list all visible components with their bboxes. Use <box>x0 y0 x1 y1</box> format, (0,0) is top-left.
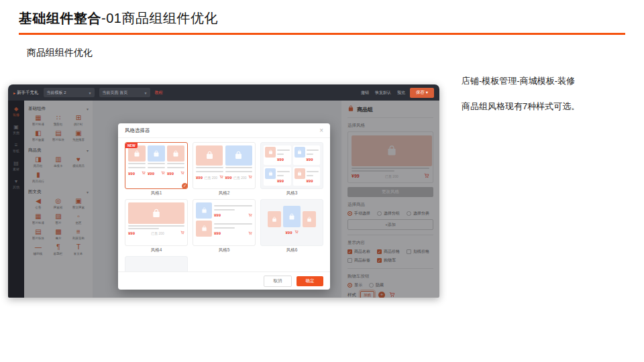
style-card-风格7[interactable] <box>125 256 188 272</box>
style-card-风格6[interactable]: ¥99风格6 <box>260 199 323 253</box>
text-line-bar <box>196 167 223 168</box>
mini-carousel <box>264 206 320 227</box>
text-line-bar <box>277 154 284 155</box>
text-line-bar <box>214 205 252 206</box>
admin-body: ◆装修▣页面≡导航▤素材▾其他 基础组件▾▦图片轮播∷预告组⊞倒计时◧图片橱窗▤… <box>8 101 439 298</box>
style-card-风格4[interactable]: ¥99已售 200风格4 <box>125 199 188 253</box>
text-line-bar <box>307 154 313 155</box>
slide-subtitle: 商品组组件优化 <box>27 47 93 59</box>
style-card-风格1[interactable]: ¥99¥99¥99NEW✓风格1 <box>125 142 188 196</box>
product-image-tile <box>265 147 276 158</box>
product-image-tile <box>148 145 165 162</box>
mini-product-card: ¥99已售 200 <box>225 145 253 186</box>
mini-product-row: ¥99 <box>196 202 252 219</box>
price-label: ¥99 <box>128 172 135 176</box>
price-label: ¥99 <box>277 179 284 183</box>
note-description: 商品组风格现有7种样式可选。 <box>462 101 580 113</box>
price-label: ¥99 <box>285 231 292 235</box>
price-label: ¥99 <box>167 172 174 176</box>
price-row: ¥99 <box>277 158 290 162</box>
text-line-bar <box>167 167 184 168</box>
text-line-bar <box>128 167 146 168</box>
style-card-label: 风格3 <box>260 190 323 196</box>
style-card-label: 风格1 <box>125 190 188 196</box>
price-row: ¥99 <box>307 179 319 183</box>
product-image-tile <box>196 202 212 219</box>
text-line-bar <box>214 227 235 229</box>
style-card-风格5[interactable]: ¥99¥99风格5 <box>193 199 256 253</box>
modal-title: 风格选择器 <box>125 127 150 134</box>
style-preview-one-big: ¥99已售 200 <box>125 199 188 246</box>
price-row: ¥99 <box>277 179 290 183</box>
product-image-tile <box>167 145 184 162</box>
cart-icon <box>248 231 252 236</box>
mini-product-card: ¥99已售 200 <box>196 145 223 186</box>
close-icon[interactable]: × <box>319 127 323 134</box>
chevron-down-icon: ▾ <box>145 90 147 95</box>
selected-check-icon: ✓ <box>182 183 188 189</box>
product-image-tile <box>294 147 305 158</box>
page-dropdown[interactable]: 当前页面 首页▾ <box>99 88 150 97</box>
style-card-label: 风格4 <box>125 247 188 253</box>
mini-product-row: ¥99 <box>196 221 252 237</box>
style-card-风格2[interactable]: ¥99已售 200¥99已售 200风格2 <box>193 142 256 196</box>
price-row: ¥99 <box>214 213 252 218</box>
page-title: 基础组件整合-01商品组组件优化 <box>19 9 625 27</box>
price-row: ¥99 <box>148 171 165 176</box>
price-label: ¥99 <box>225 176 232 180</box>
save-button[interactable]: 保存 ▾ <box>410 88 434 98</box>
cart-icon <box>142 171 146 176</box>
text-line-bar <box>277 171 290 172</box>
text-line-bar <box>128 163 146 164</box>
cancel-button[interactable]: 取消 <box>264 276 292 287</box>
note-breadcrumb: 店铺-模板管理-商城模板-装修 <box>462 75 575 87</box>
text-line-bar <box>196 171 223 172</box>
product-image-tile <box>268 211 281 227</box>
price-row: ¥99 <box>285 230 298 235</box>
promo-link[interactable]: ▸新手千元礼 <box>13 90 39 96</box>
text-line-bar <box>167 163 184 164</box>
topbar-action-1[interactable]: 恢复默认 <box>375 90 391 96</box>
text-line-bar <box>128 228 159 229</box>
confirm-button[interactable]: 确定 <box>297 276 323 286</box>
text-line-bar <box>214 209 235 210</box>
product-image-tile <box>196 221 212 237</box>
price-label: ¥99 <box>128 231 135 235</box>
price-row: ¥99已售 200 <box>225 175 253 180</box>
cart-icon <box>219 175 223 180</box>
template-dropdown[interactable]: 当前模板 2▾ <box>44 88 95 97</box>
text-line-bar <box>128 225 184 227</box>
style-preview-hscroll <box>125 256 188 272</box>
title-underline <box>19 33 625 35</box>
tutorial-link[interactable]: 教程 <box>155 90 163 96</box>
sold-label: 已售 200 <box>233 176 247 180</box>
topbar-action-0[interactable]: 撤销 <box>361 90 369 96</box>
topbar-action-2[interactable]: 预览 <box>397 90 405 96</box>
style-preview-carousel: ¥99 <box>260 199 323 246</box>
price-label: ¥99 <box>148 172 154 176</box>
text-line-bar <box>277 175 284 176</box>
style-preview-three-col: ¥99¥99¥99NEW✓ <box>125 142 188 189</box>
chevron-down-icon: ▾ <box>89 90 91 95</box>
price-row: ¥99 <box>167 171 184 176</box>
product-image-tile <box>128 202 184 224</box>
product-image-tile <box>283 206 301 227</box>
topbar-actions: 撤销恢复默认预览 <box>361 90 405 96</box>
price-label: ¥99 <box>277 158 284 162</box>
mini-product-card: ¥99 <box>293 145 321 165</box>
slide: 基础组件整合-01商品组组件优化 商品组组件优化 店铺-模板管理-商城模板-装修… <box>0 0 644 362</box>
text-line-bar <box>225 171 253 172</box>
mini-product-card: ¥99 <box>167 145 184 186</box>
price-row: ¥99 <box>128 171 146 176</box>
style-card-风格3[interactable]: ¥99¥99¥99¥99风格3 <box>260 142 323 196</box>
product-image-tile <box>225 145 252 166</box>
text-line-bar <box>148 163 165 164</box>
cart-icon <box>180 231 184 235</box>
price-row: ¥99 <box>214 231 252 236</box>
sold-label: 已售 200 <box>204 176 217 180</box>
product-image-tile <box>294 168 305 179</box>
price-label: ¥99 <box>214 231 221 235</box>
style-preview-grid-2x2: ¥99¥99¥99¥99 <box>260 142 323 189</box>
price-label: ¥99 <box>196 176 203 180</box>
text-line-bar <box>277 149 290 151</box>
